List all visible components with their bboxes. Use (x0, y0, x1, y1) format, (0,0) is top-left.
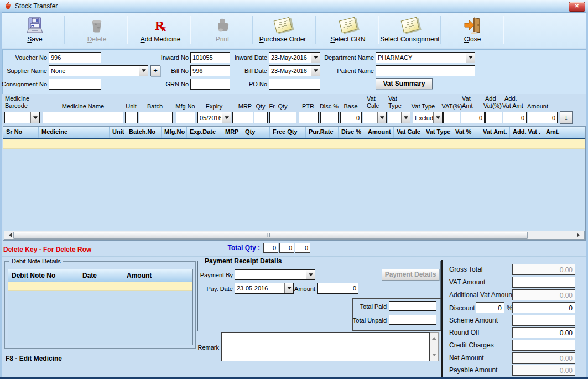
grid-header-row: Sr No Medicine Unit Batch.No Mfg.No Exp.… (3, 127, 585, 139)
payment-details-button: Payment Details (382, 269, 439, 281)
title-bar: Stock Transfer ✕ (0, 0, 588, 13)
discount-pct-input[interactable] (476, 302, 504, 313)
add-vat-pct-input[interactable] (485, 112, 502, 123)
payment-by-label: Payment By (199, 272, 233, 278)
qty-input[interactable] (254, 112, 268, 123)
disc-pct-input[interactable] (320, 112, 339, 123)
discount-amount-field[interactable] (512, 302, 575, 313)
mfg-no-label: Mfg No (169, 103, 202, 110)
app-icon (4, 2, 12, 10)
vat-type-select[interactable] (388, 112, 410, 123)
vat-amt-label2: Amt (462, 102, 473, 109)
select-consignment-label: Select Consignment (380, 35, 439, 43)
grn-no-input[interactable] (190, 79, 230, 90)
scroll-left-icon[interactable] (7, 233, 12, 237)
amount-input[interactable] (528, 112, 558, 123)
fr-qty-label: Fr. Qty (264, 103, 292, 110)
grn-document-icon (340, 15, 356, 35)
mfg-no-input[interactable] (176, 112, 195, 123)
medicine-name-input[interactable] (43, 112, 123, 123)
chevron-down-icon (433, 112, 442, 123)
grid-selected-row[interactable] (3, 139, 585, 149)
scheme-amount-field[interactable] (512, 315, 575, 326)
base-input[interactable] (340, 112, 362, 123)
scroll-right-icon[interactable] (577, 233, 582, 237)
grid-header-cell: Exp.Date (187, 127, 222, 138)
close-toolbar-button[interactable]: Close (445, 15, 500, 46)
debit-selected-row[interactable] (8, 282, 192, 291)
grid-horizontal-scrollbar[interactable] (4, 231, 585, 240)
toolbar-separator (64, 16, 65, 44)
debit-note-group-title: Debit Note Details (9, 258, 63, 264)
bill-date-select[interactable]: 23-May-2016 (269, 65, 320, 76)
vat-amt-input[interactable] (461, 112, 485, 123)
add-row-button[interactable]: ↓ (560, 111, 573, 124)
inward-date-select[interactable]: 23-May-2016 (269, 52, 320, 63)
payable-amount-field (512, 365, 575, 376)
voucher-no-input[interactable] (49, 52, 101, 63)
batch-input[interactable] (139, 112, 173, 123)
add-vat-amt-input[interactable] (503, 112, 527, 123)
net-amount-label: Net Amount (449, 354, 484, 362)
debit-note-group: Debit Note Details Debit Note No Date Am… (4, 261, 196, 349)
po-no-input[interactable] (269, 79, 320, 90)
purchase-order-button[interactable]: Purchase Order (249, 15, 316, 46)
medicine-barcode-select[interactable] (4, 112, 40, 123)
stock-transfer-window: Stock Transfer ✕ Save (0, 0, 588, 379)
debit-header-cell: Amount (123, 269, 191, 282)
scrollbar-thumb[interactable] (13, 232, 528, 239)
free-qty-input[interactable] (269, 112, 296, 123)
inward-no-input[interactable] (190, 52, 230, 63)
vat-pct-input[interactable] (443, 112, 460, 123)
select-grn-button[interactable]: Select GRN (320, 15, 376, 46)
payment-by-select[interactable] (235, 269, 315, 280)
vat-type-label2: Type (388, 102, 402, 109)
vat-type-label: Vat (388, 95, 397, 102)
remark-textarea[interactable] (221, 332, 430, 361)
payment-amount-input[interactable] (317, 283, 358, 294)
expiry-select[interactable]: 05/2016 (197, 112, 231, 123)
grid-header-cell: Add. Vat . (510, 127, 543, 138)
edit-medicine-hint: F8 - Edit Medicine (6, 355, 62, 362)
total-paid-input[interactable] (389, 301, 436, 311)
gross-total-field (512, 264, 575, 275)
pay-date-label: Pay. Date (204, 285, 233, 292)
save-label: Save (27, 35, 42, 43)
close-button[interactable]: ✕ (569, 2, 585, 12)
grid-header-cell: Unit (110, 127, 126, 138)
round-off-field[interactable] (512, 327, 575, 338)
grid-header-cell: Vat Type (423, 127, 452, 138)
add-vat-pct-label2: Vat(%) (483, 102, 502, 109)
bill-no-input[interactable] (190, 65, 230, 76)
total-unpaid-label: Total Unpaid (352, 317, 387, 324)
remark-scrollbar[interactable] (430, 332, 439, 361)
mrp-input[interactable] (232, 112, 253, 123)
gross-total-label: Gross Total (449, 266, 482, 273)
ptr-input[interactable] (299, 112, 319, 123)
supplier-name-select[interactable]: None (49, 65, 148, 76)
debit-header-cell: Debit Note No (8, 269, 79, 282)
net-amount-field (512, 352, 575, 364)
patient-name-input[interactable] (376, 65, 475, 76)
vat-type-mode-select[interactable]: Exclude (413, 112, 443, 123)
save-button[interactable]: Save (7, 15, 63, 46)
consignment-no-input[interactable] (49, 79, 101, 90)
add-medicine-button[interactable]: Rx Add Medicine (130, 15, 191, 46)
unit-input[interactable] (125, 112, 138, 123)
expiry-label: Expiry (197, 103, 231, 110)
department-name-select[interactable]: PHARMACY (376, 52, 475, 63)
pay-date-select[interactable]: 23-05-2016 (235, 283, 294, 294)
select-consignment-button[interactable]: Select Consignment (377, 15, 443, 46)
chevron-down-icon (401, 112, 410, 123)
down-arrow-icon: ↓ (564, 113, 568, 122)
vat-calc-select[interactable] (363, 112, 387, 123)
purchase-order-label: Purchase Order (259, 35, 306, 43)
medicine-grid: Sr No Medicine Unit Batch.No Mfg.No Exp.… (3, 126, 586, 241)
total-unpaid-input[interactable] (389, 315, 436, 325)
vat-summary-button[interactable]: Vat Summary (376, 78, 433, 89)
vat-amount-field[interactable] (512, 277, 575, 288)
credit-charges-field[interactable] (512, 340, 575, 351)
medicine-name-label: Medicine Name (50, 103, 116, 110)
scroll-down-icon[interactable] (432, 354, 436, 359)
scroll-up-icon[interactable] (432, 335, 436, 340)
